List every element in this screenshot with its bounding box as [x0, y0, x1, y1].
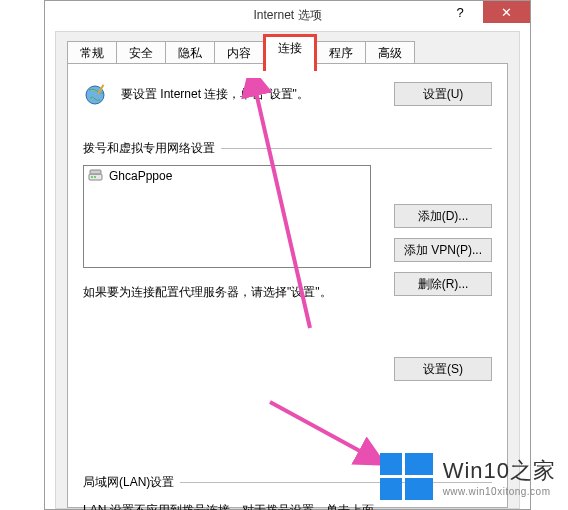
watermark-sub: www.win10xitong.com	[443, 486, 556, 497]
divider	[221, 148, 492, 149]
tab-strip: 常规 安全 隐私 内容 连接 程序 高级	[67, 41, 508, 64]
dialog-body: 常规 安全 隐私 内容 连接 程序 高级 要设置 Internet 连接，单击"…	[55, 31, 520, 509]
setup-button[interactable]: 设置(U)	[394, 82, 492, 106]
window-title: Internet 选项	[253, 7, 321, 24]
add-button[interactable]: 添加(D)...	[394, 204, 492, 228]
tab-content[interactable]: 内容	[214, 41, 264, 64]
tab-privacy[interactable]: 隐私	[165, 41, 215, 64]
tab-security[interactable]: 安全	[116, 41, 166, 64]
add-vpn-button[interactable]: 添加 VPN(P)...	[394, 238, 492, 262]
list-item[interactable]: GhcaPppoe	[86, 168, 368, 184]
dialup-section-text: 拨号和虚拟专用网络设置	[83, 140, 215, 157]
lan-description-text: LAN 设置不应用到拨号连接。对于拨号设置，单击上面的"设置"按钮。	[83, 501, 383, 510]
watermark-text: Win10之家 www.win10xitong.com	[443, 456, 556, 497]
svg-point-5	[94, 176, 96, 178]
internet-options-window: Internet 选项 ? ✕ 常规 安全 隐私 内容 连接 程序 高级	[44, 0, 531, 510]
list-item-label: GhcaPppoe	[109, 169, 172, 183]
help-button[interactable]: ?	[437, 1, 483, 23]
proxy-settings-button[interactable]: 设置(S)	[394, 357, 492, 381]
tab-general[interactable]: 常规	[67, 41, 117, 64]
titlebar: Internet 选项 ? ✕	[45, 1, 530, 30]
tab-advanced[interactable]: 高级	[365, 41, 415, 64]
windows-logo-icon	[380, 453, 433, 500]
svg-point-4	[91, 176, 93, 178]
connections-listbox[interactable]: GhcaPppoe	[83, 165, 371, 268]
globe-wand-icon	[83, 82, 111, 114]
modem-icon	[88, 169, 104, 183]
remove-button[interactable]: 删除(R)...	[394, 272, 492, 296]
watermark-main: Win10之家	[443, 456, 556, 486]
tab-connections[interactable]: 连接	[263, 34, 317, 71]
dialup-buttons: 添加(D)... 添加 VPN(P)... 删除(R)...	[394, 204, 492, 296]
setup-text: 要设置 Internet 连接，单击"设置"。	[121, 82, 384, 103]
dialup-section-label: 拨号和虚拟专用网络设置	[83, 140, 492, 157]
tab-programs[interactable]: 程序	[316, 41, 366, 64]
close-button[interactable]: ✕	[483, 1, 530, 23]
lan-section-text: 局域网(LAN)设置	[83, 474, 174, 491]
setup-row: 要设置 Internet 连接，单击"设置"。 设置(U)	[83, 82, 492, 114]
watermark: Win10之家 www.win10xitong.com	[380, 453, 556, 500]
svg-rect-3	[90, 170, 101, 174]
connections-panel: 要设置 Internet 连接，单击"设置"。 设置(U) 拨号和虚拟专用网络设…	[67, 63, 508, 508]
